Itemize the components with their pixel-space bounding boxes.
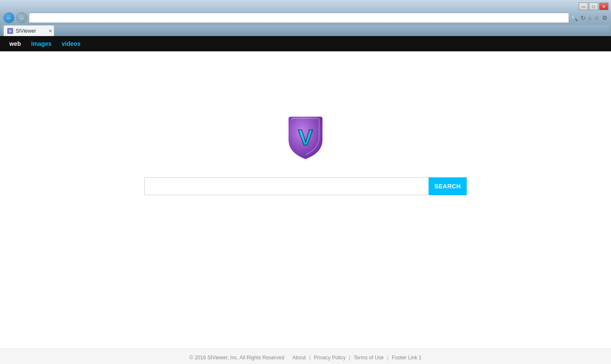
toolbar-icons: 🔍 ↻ ⌂ ☆ ⚙ [571, 14, 608, 21]
footer-sep-4: | [387, 355, 388, 361]
maximize-button[interactable]: □ [589, 3, 598, 10]
footer-copyright: © 2016 SIViewer, Inc. All Rights Reserve… [190, 355, 284, 361]
nav-label-images: images [31, 40, 51, 47]
url-input[interactable]: http://search.siviewer.com/ [32, 15, 566, 21]
tab-title: SIViewer [16, 28, 36, 34]
settings-icon[interactable]: ⚙ [602, 14, 608, 21]
nav-item-web[interactable]: web [4, 36, 26, 51]
logo-svg: V [284, 115, 327, 161]
footer-sep-3: | [349, 355, 350, 361]
browser-toolbar: ← → http://search.siviewer.com/ 🔍 ↻ ⌂ ☆ … [2, 11, 609, 25]
search-icon[interactable]: 🔍 [571, 14, 578, 21]
address-bar[interactable]: http://search.siviewer.com/ [29, 13, 569, 23]
minimize-button[interactable]: — [579, 3, 588, 10]
main-content: V SEARCH [144, 51, 467, 226]
tab-favicon: S [7, 28, 13, 34]
active-tab[interactable]: S SIViewer ✕ [3, 25, 54, 36]
nav-label-web: web [9, 40, 21, 47]
footer-sep-2: | [309, 355, 311, 361]
footer-link-footer1[interactable]: Footer Link 1 [392, 355, 421, 361]
close-button[interactable]: ✕ [599, 3, 608, 10]
logo-container: V [284, 116, 327, 160]
logo-shield: V [284, 116, 327, 160]
search-button-label: SEARCH [434, 183, 461, 190]
nav-item-images[interactable]: images [26, 36, 56, 51]
nav-label-videos: videos [62, 40, 80, 47]
tab-bar: S SIViewer ✕ [2, 25, 609, 36]
tab-close-button[interactable]: ✕ [48, 28, 52, 34]
home-icon[interactable]: ⌂ [588, 14, 591, 21]
browser-chrome: — □ ✕ ← → http://search.siviewer.com/ 🔍 … [0, 0, 611, 36]
title-bar: — □ ✕ [2, 2, 609, 11]
search-container: SEARCH [144, 177, 467, 195]
forward-button[interactable]: → [16, 12, 27, 23]
bookmark-icon[interactable]: ☆ [594, 14, 600, 21]
content-area: V SEARCH © 2016 SIViewer, Inc. All Right… [0, 51, 611, 364]
footer-link-terms[interactable]: Terms of Use [354, 355, 384, 361]
back-button[interactable]: ← [3, 12, 14, 23]
nav-item-videos[interactable]: videos [56, 36, 85, 51]
search-input[interactable] [144, 177, 429, 195]
refresh-icon[interactable]: ↻ [580, 14, 586, 21]
footer: © 2016 SIViewer, Inc. All Rights Reserve… [0, 349, 611, 364]
svg-text:V: V [298, 125, 313, 150]
nav-bar: web images videos [0, 36, 611, 51]
window-controls: — □ ✕ [579, 3, 608, 10]
search-button[interactable]: SEARCH [429, 177, 467, 195]
footer-link-privacy[interactable]: Privacy Policy [314, 355, 346, 361]
footer-separator-1 [288, 355, 289, 361]
footer-link-about[interactable]: About [292, 355, 306, 361]
